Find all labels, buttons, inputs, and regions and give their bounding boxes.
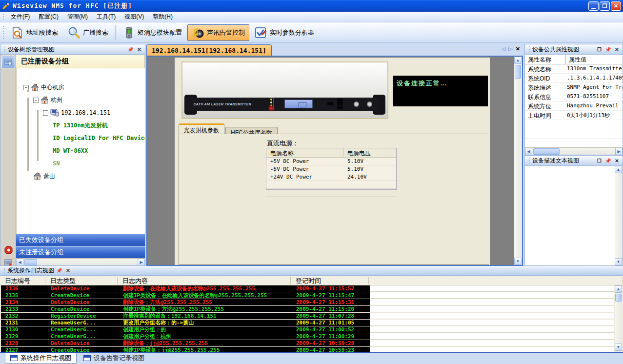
close-icon[interactable]: ✕ bbox=[613, 46, 621, 53]
scroll-up-icon[interactable]: ▲ bbox=[615, 285, 622, 293]
tree-item-label: SN bbox=[53, 160, 60, 167]
description-panel-title: 设备描述文本视图 bbox=[532, 157, 594, 165]
log-column-header[interactable]: 日志编号 bbox=[0, 277, 45, 284]
description-vertical-scrollbar[interactable]: ▲ ▼ bbox=[615, 166, 623, 265]
menu-item-工[interactable]: 工具(T) bbox=[92, 13, 120, 21]
log-row[interactable]: 2128DeleteDevice删除设备：jj@255.255.255.2552… bbox=[1, 340, 614, 346]
registered-group-icon[interactable] bbox=[1, 56, 15, 68]
description-text-area[interactable] bbox=[525, 166, 615, 265]
scroll-down-icon[interactable]: ▼ bbox=[615, 344, 622, 351]
tree-item[interactable]: SN bbox=[53, 158, 60, 169]
log-row[interactable]: 2132RegisterDevice注册搜索到的设备：192.168.14.15… bbox=[1, 313, 614, 319]
log-id: 2135 bbox=[1, 292, 46, 299]
tree-expander-icon[interactable]: − bbox=[33, 98, 39, 103]
log-row[interactable]: 2130CreateUserG...创建用户分组：的2009-4-27 11:0… bbox=[1, 326, 614, 333]
pin-icon[interactable]: 📌 bbox=[127, 46, 134, 53]
tree-expander-icon[interactable]: − bbox=[43, 110, 48, 116]
property-name: 联系信息 bbox=[525, 92, 566, 101]
scrollbar-thumb[interactable] bbox=[533, 148, 560, 155]
scroll-left-icon[interactable]: ◀ bbox=[16, 259, 23, 266]
log-row[interactable]: 2134DeleteDevice删除设备：方法@255.255.255.2552… bbox=[1, 299, 614, 305]
tree-expander-icon[interactable]: − bbox=[23, 85, 29, 90]
scroll-right-icon[interactable]: ▶ bbox=[615, 148, 623, 155]
bottom-tab-1[interactable]: 系统操作日志视图 bbox=[5, 353, 77, 364]
scroll-down-icon[interactable]: ▼ bbox=[514, 258, 522, 265]
restore-icon[interactable]: ❒ bbox=[596, 46, 603, 53]
computer-icon bbox=[50, 109, 59, 117]
log-row[interactable]: 2136DeleteDevice删除设备：在此输入该设备的名称@255.255.… bbox=[1, 285, 614, 292]
scrollbar-thumb[interactable] bbox=[615, 294, 622, 302]
toolbar-button-4[interactable]: 声讯告警控制 bbox=[187, 24, 249, 41]
toolbar-button-1[interactable]: 地址段搜索 bbox=[7, 24, 62, 41]
menu-item-管[interactable]: 管理(M) bbox=[63, 13, 92, 21]
log-row[interactable]: 2135CreateDevice创建IP类设备：在此输入该设备的名称@255.2… bbox=[1, 292, 614, 299]
toolbar-button-3[interactable]: 短消息模块配置 bbox=[118, 24, 186, 41]
tree-item[interactable]: 萧山 bbox=[33, 171, 55, 182]
tab-close-icon[interactable]: ✕ bbox=[516, 46, 520, 52]
pin-icon[interactable]: 📌 bbox=[604, 157, 612, 164]
toolbar-button-2[interactable]: 广播搜索 bbox=[63, 24, 113, 41]
log-time: 2009-4-27 11:01:05 bbox=[292, 320, 370, 326]
log-row[interactable]: 2129CreateUserG...创建用户分组：杭州2009-4-27 11:… bbox=[1, 333, 614, 340]
menu-item-文[interactable]: 文件(F) bbox=[6, 13, 34, 21]
tree-horizontal-scrollbar[interactable]: ◀ ▶ bbox=[16, 258, 145, 265]
property-row[interactable]: 系统方位Hangzhou Prevail bbox=[525, 101, 623, 111]
property-row[interactable]: 系统描述SNMP Agent For Tra bbox=[525, 83, 623, 92]
scroll-up-icon[interactable]: ▲ bbox=[615, 166, 622, 173]
pin-icon[interactable]: 📌 bbox=[56, 267, 63, 274]
scrollbar-thumb[interactable] bbox=[515, 65, 521, 79]
log-column-header[interactable]: 登记时间 bbox=[291, 277, 369, 284]
menu-item-视[interactable]: 视图(V) bbox=[120, 13, 148, 21]
tree-item[interactable]: ID LogicalID For HFC Device bbox=[53, 133, 145, 143]
close-icon[interactable]: ✕ bbox=[136, 46, 143, 53]
log-type: CreateDevice bbox=[46, 292, 119, 299]
tree-item[interactable]: −杭州 bbox=[33, 95, 62, 105]
toolbar-button-5[interactable]: 实时参数分析器 bbox=[250, 24, 319, 41]
minimize-button[interactable]: ▁ bbox=[588, 1, 599, 11]
log-row[interactable]: 2133CreateDevice创建IP类设备：方法@255.255.255.2… bbox=[1, 306, 614, 312]
failed-group-icon[interactable] bbox=[3, 245, 14, 255]
toolbar-button-label: 地址段搜索 bbox=[26, 28, 58, 37]
document-vertical-scrollbar[interactable]: ▲ ▼ bbox=[514, 57, 522, 265]
restore-icon[interactable]: ❒ bbox=[596, 157, 603, 164]
tree-item-label: 192.168.14.151 bbox=[61, 109, 110, 116]
properties-horizontal-scrollbar[interactable]: ◀ ▶ bbox=[525, 147, 623, 155]
restore-button[interactable]: ❐ bbox=[600, 1, 610, 11]
menu-item-配[interactable]: 配置(C) bbox=[34, 13, 63, 21]
scroll-left-icon[interactable]: ◀ bbox=[525, 148, 532, 155]
tree-item[interactable]: MD WT-86XX bbox=[53, 145, 88, 156]
main-toolbar: 地址段搜索广播搜索短消息模块配置声讯告警控制实时参数分析器 bbox=[0, 22, 623, 43]
property-row[interactable]: 系统OID.1.3.6.1.4.1.17409 bbox=[525, 74, 623, 83]
scroll-up-icon[interactable]: ▲ bbox=[514, 57, 522, 64]
property-name: 系统方位 bbox=[525, 101, 566, 110]
pin-icon[interactable]: 📌 bbox=[604, 46, 612, 53]
close-icon[interactable]: ✕ bbox=[613, 157, 621, 164]
property-row[interactable]: 系统名称1310nm Transmitter bbox=[525, 64, 623, 74]
failed-group-bar[interactable]: 已失效设备分组 bbox=[16, 234, 145, 246]
scroll-right-icon[interactable]: ▶ bbox=[138, 259, 145, 266]
close-button[interactable]: ✕ bbox=[611, 1, 621, 11]
log-panel-titlebar: 系统操作日志视图 📌 ✕ bbox=[0, 266, 623, 276]
log-vertical-scrollbar[interactable]: ▲ ▼ bbox=[615, 285, 623, 351]
scrollbar-thumb[interactable] bbox=[24, 259, 37, 265]
property-column-header: 属性名称 bbox=[525, 55, 566, 64]
unregistered-group-bar[interactable]: 未注册设备分组 bbox=[16, 246, 145, 258]
menu-item-帮[interactable]: 帮助(H) bbox=[148, 13, 177, 21]
tab-scroll-left-icon[interactable]: ◁ bbox=[502, 46, 505, 52]
panel-grip bbox=[528, 157, 531, 164]
device-document-tab[interactable]: 192.168.14.151[192.168.14.151] bbox=[146, 44, 272, 56]
unregistered-group-label: 未注册设备分组 bbox=[19, 248, 63, 257]
tree-item[interactable]: −192.168.14.151 bbox=[43, 107, 110, 118]
scroll-down-icon[interactable]: ▼ bbox=[615, 258, 622, 265]
log-column-header[interactable]: 日志内容 bbox=[118, 277, 291, 284]
property-row[interactable]: 上电时间0天1小时1分13秒 bbox=[525, 111, 623, 120]
close-icon[interactable]: ✕ bbox=[64, 267, 72, 274]
registered-group-header[interactable]: 已注册设备分组 bbox=[16, 55, 145, 68]
log-row[interactable]: 2131RenameUserG...更改用户分组名称：的->萧山2009-4-2… bbox=[1, 320, 614, 326]
tab-scroll-right-icon[interactable]: ▷ bbox=[508, 46, 512, 52]
property-row[interactable]: 联系信息0571-82551107 bbox=[525, 92, 623, 101]
log-column-header[interactable]: 日志类型 bbox=[45, 277, 118, 284]
tree-item[interactable]: −中心机房 bbox=[23, 82, 64, 93]
bottom-tab-2[interactable]: 设备告警记录视图 bbox=[79, 353, 149, 364]
tree-item[interactable]: TP 1310nm光发射机 bbox=[53, 120, 108, 131]
